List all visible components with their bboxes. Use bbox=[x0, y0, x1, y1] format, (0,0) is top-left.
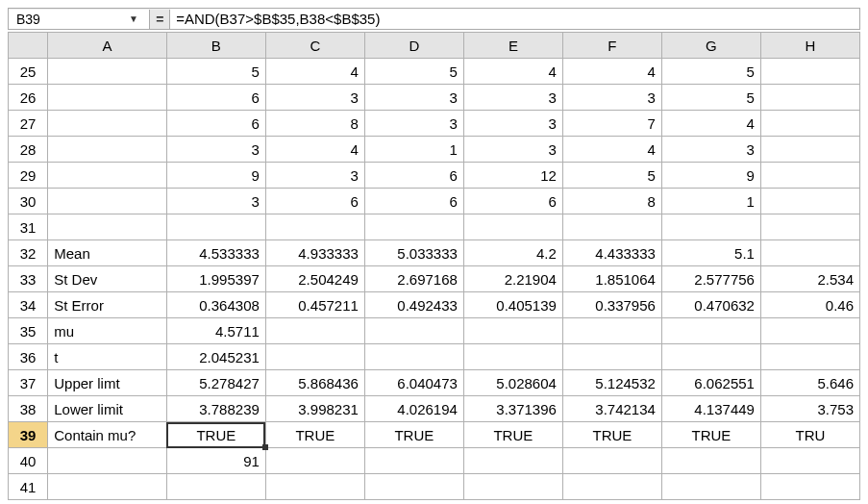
cell[interactable]: 2.21904 bbox=[463, 266, 562, 292]
cell[interactable]: TRUE bbox=[562, 422, 661, 448]
cell[interactable]: 4.2 bbox=[463, 240, 562, 266]
cell[interactable]: 3 bbox=[364, 85, 463, 111]
cell[interactable] bbox=[48, 163, 167, 189]
cell[interactable]: 0.405139 bbox=[463, 292, 562, 318]
cell[interactable] bbox=[760, 189, 859, 214]
cell[interactable]: 1 bbox=[364, 137, 463, 163]
col-header-B[interactable]: B bbox=[166, 33, 265, 59]
cell[interactable]: 4.137449 bbox=[661, 396, 760, 422]
cell[interactable] bbox=[661, 448, 760, 474]
cell[interactable] bbox=[562, 214, 661, 240]
cell[interactable]: 6 bbox=[265, 189, 364, 214]
cell[interactable]: 6.062551 bbox=[661, 370, 760, 396]
cell[interactable]: TRUE bbox=[463, 422, 562, 448]
cell[interactable]: 5 bbox=[562, 163, 661, 189]
cell[interactable] bbox=[760, 448, 859, 474]
cell[interactable] bbox=[760, 59, 859, 85]
cell[interactable]: 3 bbox=[265, 163, 364, 189]
cell[interactable] bbox=[661, 318, 760, 344]
cell[interactable] bbox=[562, 318, 661, 344]
row-header[interactable]: 25 bbox=[9, 59, 48, 85]
col-header-C[interactable]: C bbox=[265, 33, 364, 59]
cell[interactable] bbox=[48, 448, 167, 474]
cell[interactable] bbox=[661, 344, 760, 370]
cell[interactable] bbox=[265, 474, 364, 500]
cell[interactable]: 5.1 bbox=[661, 240, 760, 266]
cell[interactable]: 3.753 bbox=[760, 396, 859, 422]
cell[interactable] bbox=[760, 474, 859, 500]
cell[interactable]: 4.433333 bbox=[562, 240, 661, 266]
row-header[interactable]: 37 bbox=[9, 370, 48, 396]
cell[interactable]: 1.851064 bbox=[562, 266, 661, 292]
cell[interactable]: 5.124532 bbox=[562, 370, 661, 396]
cell[interactable]: Contain mu? bbox=[48, 422, 167, 448]
cell[interactable] bbox=[562, 448, 661, 474]
cell[interactable]: 6 bbox=[364, 163, 463, 189]
cell[interactable] bbox=[661, 214, 760, 240]
cell[interactable]: 0.457211 bbox=[265, 292, 364, 318]
cell[interactable]: 0.46 bbox=[760, 292, 859, 318]
cell[interactable]: 2.504249 bbox=[265, 266, 364, 292]
cell[interactable]: 5 bbox=[661, 85, 760, 111]
cell[interactable]: 2.577756 bbox=[661, 266, 760, 292]
cell[interactable]: mu bbox=[48, 318, 167, 344]
cell[interactable]: 6.040473 bbox=[364, 370, 463, 396]
cell[interactable] bbox=[364, 344, 463, 370]
row-header[interactable]: 26 bbox=[9, 85, 48, 111]
row-header[interactable]: 34 bbox=[9, 292, 48, 318]
selected-cell[interactable]: TRUE bbox=[166, 422, 265, 448]
cell[interactable] bbox=[760, 214, 859, 240]
row-header[interactable]: 29 bbox=[9, 163, 48, 189]
cell[interactable] bbox=[364, 474, 463, 500]
cell[interactable] bbox=[463, 344, 562, 370]
col-header-F[interactable]: F bbox=[562, 33, 661, 59]
cell[interactable]: TRUE bbox=[364, 422, 463, 448]
cell[interactable]: 4 bbox=[463, 59, 562, 85]
row-header[interactable]: 36 bbox=[9, 344, 48, 370]
row-header[interactable]: 31 bbox=[9, 214, 48, 240]
cell[interactable]: 5 bbox=[364, 59, 463, 85]
cell[interactable]: 5.033333 bbox=[364, 240, 463, 266]
cell[interactable]: 4.533333 bbox=[166, 240, 265, 266]
cell[interactable]: 4.026194 bbox=[364, 396, 463, 422]
cell[interactable] bbox=[760, 137, 859, 163]
cell[interactable]: 3 bbox=[166, 137, 265, 163]
cell[interactable]: 3 bbox=[661, 137, 760, 163]
row-header[interactable]: 40 bbox=[9, 448, 48, 474]
cell[interactable]: 6 bbox=[166, 111, 265, 137]
cell[interactable] bbox=[463, 474, 562, 500]
cell[interactable]: 4 bbox=[265, 137, 364, 163]
cell[interactable]: 3 bbox=[166, 189, 265, 214]
cell[interactable]: 3 bbox=[265, 85, 364, 111]
cell[interactable]: 8 bbox=[562, 189, 661, 214]
cell[interactable] bbox=[265, 318, 364, 344]
cell[interactable]: 4 bbox=[562, 137, 661, 163]
cell[interactable] bbox=[760, 163, 859, 189]
cell[interactable] bbox=[364, 448, 463, 474]
cell[interactable]: Upper limt bbox=[48, 370, 167, 396]
cell[interactable]: 6 bbox=[166, 85, 265, 111]
cell[interactable]: 1 bbox=[661, 189, 760, 214]
cell[interactable] bbox=[48, 85, 167, 111]
cell[interactable] bbox=[562, 344, 661, 370]
cell[interactable]: 5.646 bbox=[760, 370, 859, 396]
cell[interactable]: 5 bbox=[661, 59, 760, 85]
cell[interactable]: 0.364308 bbox=[166, 292, 265, 318]
cell[interactable]: TRUE bbox=[265, 422, 364, 448]
cell[interactable]: 0.337956 bbox=[562, 292, 661, 318]
cell[interactable]: 5.278427 bbox=[166, 370, 265, 396]
cell[interactable] bbox=[463, 214, 562, 240]
cell[interactable] bbox=[48, 137, 167, 163]
cell[interactable]: 4 bbox=[265, 59, 364, 85]
cell[interactable]: 3 bbox=[463, 137, 562, 163]
cell[interactable]: 2.045231 bbox=[166, 344, 265, 370]
cell[interactable] bbox=[265, 344, 364, 370]
cell[interactable]: 4.933333 bbox=[265, 240, 364, 266]
cell[interactable] bbox=[760, 344, 859, 370]
cell[interactable] bbox=[364, 318, 463, 344]
cell[interactable]: 8 bbox=[265, 111, 364, 137]
col-header-A[interactable]: A bbox=[48, 33, 167, 59]
col-header-D[interactable]: D bbox=[364, 33, 463, 59]
formula-input[interactable] bbox=[170, 9, 859, 29]
cell[interactable]: 5.868436 bbox=[265, 370, 364, 396]
